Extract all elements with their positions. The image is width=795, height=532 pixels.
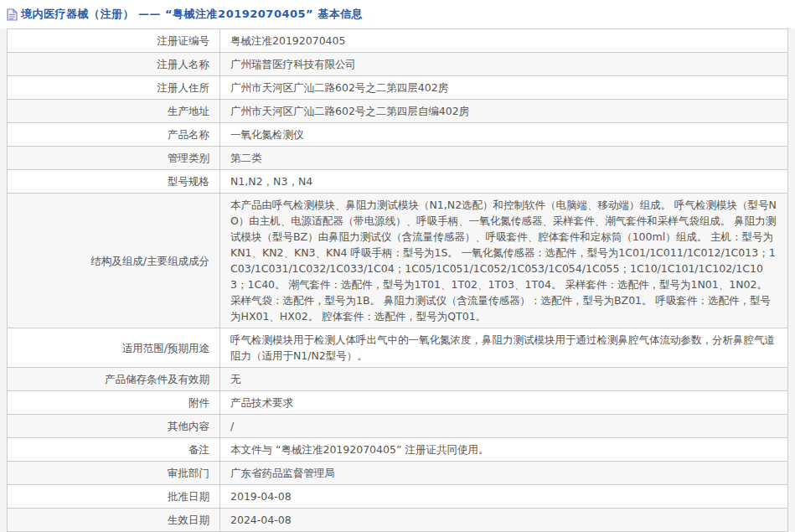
row-label: 注册人名称 xyxy=(8,53,220,76)
table-row: 结构及组成/主要组成成分本产品由呼气检测模块、鼻阻力测试模块（N1,N2选配）和… xyxy=(8,194,788,328)
table-row: 型号规格N1,N2，N3，N4 xyxy=(8,170,788,194)
table-row: 其他内容/ xyxy=(8,415,788,438)
row-value: 无 xyxy=(220,368,788,391)
row-value: 广州市天河区广汕二路602号之二第四层自编402房 xyxy=(220,100,788,123)
row-label: 注册人住所 xyxy=(8,76,220,100)
row-label: 管理类别 xyxy=(8,147,220,170)
row-label: 适用范围/预期用途 xyxy=(8,328,220,368)
row-label: 产品储存条件及有效期 xyxy=(8,368,220,391)
row-label: 注册证编号 xyxy=(8,29,220,53)
row-value: 广东省药品监督管理局 xyxy=(220,462,788,485)
row-value: 本文件与 “粤械注准20192070405” 注册证共同使用。 xyxy=(220,438,788,462)
row-value: 粤械注准20192070405 xyxy=(220,29,788,53)
table-row: 生产地址广州市天河区广汕二路602号之二第四层自编402房 xyxy=(8,100,788,123)
row-label: 结构及组成/主要组成成分 xyxy=(8,194,220,328)
row-label: 审批部门 xyxy=(8,462,220,485)
info-table-body: 注册证编号粤械注准20192070405注册人名称广州瑞普医疗科技有限公司注册人… xyxy=(8,29,788,532)
table-row: 批准日期2019-04-08 xyxy=(8,485,788,509)
row-value: 2019-04-08 xyxy=(220,485,788,509)
row-label: 型号规格 xyxy=(8,170,220,194)
table-row: 注册人住所广州市天河区广汕二路602号之二第四层402房 xyxy=(8,76,788,100)
table-row: 备注本文件与 “粤械注准20192070405” 注册证共同使用。 xyxy=(8,438,788,462)
table-row: 注册人名称广州瑞普医疗科技有限公司 xyxy=(8,53,788,76)
row-value: 广州市天河区广汕二路602号之二第四层402房 xyxy=(220,76,788,100)
row-value: / xyxy=(220,415,788,438)
registration-info-table-container: 注册证编号粤械注准20192070405注册人名称广州瑞普医疗科技有限公司注册人… xyxy=(0,28,795,532)
title-bar: 境内医疗器械（注册） —— “粤械注准20192070405” 基本信息 xyxy=(0,0,795,28)
table-row: 审批部门广东省药品监督管理局 xyxy=(8,462,788,485)
row-label: 其他内容 xyxy=(8,415,220,438)
table-row: 生效日期2024-04-08 xyxy=(8,509,788,532)
row-label: 批准日期 xyxy=(8,485,220,509)
row-value: 第二类 xyxy=(220,147,788,170)
table-row: 附件产品技术要求 xyxy=(8,391,788,415)
table-row: 适用范围/预期用途呼气检测模块用于检测人体呼出气中的一氧化氮浓度，鼻阻力测试模块… xyxy=(8,328,788,368)
row-value: 呼气检测模块用于检测人体呼出气中的一氧化氮浓度，鼻阻力测试模块用于通过检测鼻腔气… xyxy=(220,328,788,368)
registration-info-table: 注册证编号粤械注准20192070405注册人名称广州瑞普医疗科技有限公司注册人… xyxy=(7,28,788,532)
document-icon xyxy=(7,8,18,21)
row-value: 广州瑞普医疗科技有限公司 xyxy=(220,53,788,76)
row-value: 产品技术要求 xyxy=(220,391,788,415)
table-row: 产品名称一氧化氮检测仪 xyxy=(8,123,788,147)
table-row: 产品储存条件及有效期无 xyxy=(8,368,788,391)
row-value: 一氧化氮检测仪 xyxy=(220,123,788,147)
table-row: 管理类别第二类 xyxy=(8,147,788,170)
row-label: 生效日期 xyxy=(8,509,220,532)
row-value: 2024-04-08 xyxy=(220,509,788,532)
row-value: N1,N2，N3，N4 xyxy=(220,170,788,194)
row-label: 附件 xyxy=(8,391,220,415)
row-label: 生产地址 xyxy=(8,100,220,123)
row-value: 本产品由呼气检测模块、鼻阻力测试模块（N1,N2选配）和控制软件（电脑端、移动端… xyxy=(220,194,788,328)
page-title: 境内医疗器械（注册） —— “粤械注准20192070405” 基本信息 xyxy=(21,7,363,22)
table-row: 注册证编号粤械注准20192070405 xyxy=(8,29,788,53)
row-label: 备注 xyxy=(8,438,220,462)
row-label: 产品名称 xyxy=(8,123,220,147)
